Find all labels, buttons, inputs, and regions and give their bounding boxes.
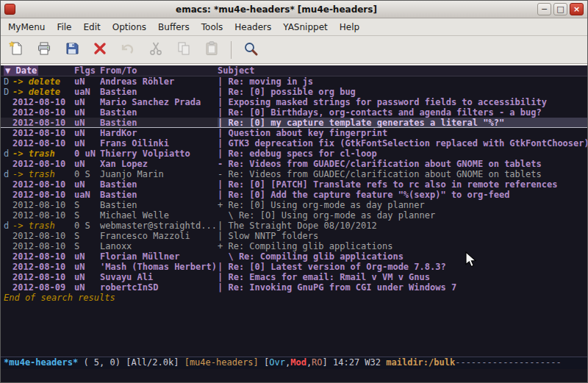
message-row[interactable]: 2012-08-10uNHardKor| Question about key …: [1, 128, 587, 138]
row-mark: [4, 128, 12, 138]
message-row[interactable]: 2012-08-10uNSuvayu Ali| Re: Emacs for em…: [1, 272, 587, 282]
message-row[interactable]: 2012-08-10uNBastien| Re: [0] [PATCH] Tra…: [1, 179, 587, 190]
row-subject: | Re: [0] Add the capture feature "%(sex…: [218, 190, 587, 200]
row-mark: d: [4, 148, 12, 159]
row-mark: [4, 138, 12, 148]
window-title: emacs: *mu4e-headers* [mu4e-headers]: [15, 4, 537, 15]
row-mark: [4, 118, 12, 127]
column-header-date[interactable]: ▼ Date: [4, 65, 74, 76]
menu-item-options[interactable]: Options: [107, 19, 152, 35]
row-flags: uN: [74, 159, 100, 169]
window-menu-icon[interactable]: [4, 4, 15, 15]
maximize-button[interactable]: □: [553, 3, 567, 15]
column-header-from[interactable]: From/To: [100, 65, 218, 76]
row-subject: | Re: moving in js: [218, 76, 587, 87]
row-mark: [4, 190, 12, 200]
menu-item-edit[interactable]: Edit: [78, 19, 107, 35]
row-mark: [4, 251, 12, 262]
row-date: 2012-08-10: [12, 200, 74, 210]
row-from: Bastien: [100, 200, 218, 210]
message-row[interactable]: 2012-08-10uNMario Sanchez Prada| Exposin…: [1, 97, 587, 107]
headers-list: D-> deleteuNAndreas Röhler| Re: moving i…: [1, 76, 587, 293]
modeline-segment-mod: Mod: [290, 357, 306, 368]
row-flags: 0 S: [74, 221, 100, 231]
row-subject: | Re: [0] possible org bug: [218, 87, 587, 97]
message-row[interactable]: 2012-08-10uNFrans Oilinki| GTK3 deprecat…: [1, 138, 587, 148]
row-flags: uN: [74, 251, 100, 262]
message-row[interactable]: D-> deleteuNAndreas Röhler| Re: moving i…: [1, 76, 587, 87]
row-subject: | Re: edebug specs for cl-loop: [218, 148, 587, 159]
message-row[interactable]: 2012-08-10SMichael Welle \ Re: [O] Using…: [1, 210, 587, 221]
message-row[interactable]: d-> trash0 uNThierry Volpiatto| Re: edeb…: [1, 148, 587, 159]
message-row[interactable]: 2012-08-10uNBastien| Re: [0] my capture …: [1, 118, 587, 128]
message-row[interactable]: 2012-08-10uaNBastien| Re: [0] Add the ca…: [1, 190, 587, 200]
row-mark: d: [4, 221, 12, 231]
message-row[interactable]: 2012-08-10SFrancesco Mazzoli| Slow NNTP …: [1, 231, 587, 241]
menu-item-help[interactable]: Help: [334, 19, 365, 35]
message-row[interactable]: d-> trash0 Swebmaster@straightd...| The …: [1, 221, 587, 231]
column-header-flags[interactable]: Flgs: [74, 65, 100, 76]
row-flags: S: [74, 231, 100, 241]
row-subject: - Re: Videos from GUADEC/clarification a…: [218, 159, 587, 169]
row-flags: uN: [74, 76, 100, 87]
message-row[interactable]: 2012-08-10uNBastien| Re: [0] Birthdays, …: [1, 107, 587, 118]
row-subject: | Re: [0] Latest version of Org-mode 7.8…: [218, 262, 587, 272]
row-date: 2012-08-10: [12, 272, 74, 282]
headers-buffer: ▼ Date Flgs From/To Subject D-> deleteuN…: [1, 64, 587, 357]
row-mark: D: [4, 76, 12, 87]
title-bar: emacs: *mu4e-headers* [mu4e-headers] − □…: [1, 1, 587, 18]
row-from: Xan Lopez: [100, 159, 218, 169]
message-row[interactable]: 2012-08-10uNXan Lopez- Re: Videos from G…: [1, 159, 587, 169]
echo-area[interactable]: [1, 369, 587, 382]
row-from: Bastien: [100, 190, 218, 200]
close-button[interactable]: ×: [570, 3, 584, 15]
row-date: 2012-08-10: [12, 231, 74, 241]
row-from: Lanoxx: [100, 241, 218, 251]
row-mark: d: [4, 169, 12, 179]
row-from: 'Mash (Thomas Herbert): [100, 262, 218, 272]
menu-item-yasnippet[interactable]: YASnippet: [277, 19, 334, 35]
column-header-subject[interactable]: Subject: [218, 65, 587, 76]
mode-line: *mu4e-headers* ( 5, 0) [All/2.0k] [mu4e-…: [1, 357, 587, 369]
row-mark: [4, 200, 12, 210]
message-row[interactable]: 2012-08-10SLanoxx+ Re: Compiling glib ap…: [1, 241, 587, 251]
message-row[interactable]: D-> deleteuaNBastien| Re: [0] possible o…: [1, 87, 587, 97]
toolbar-separator: [231, 41, 232, 59]
row-subject: | Re: [0] Birthdays, org-contacts and ag…: [218, 107, 587, 118]
row-from: Juanjo Marin: [100, 169, 218, 179]
row-mark: D: [4, 87, 12, 97]
menu-item-mymenu[interactable]: MyMenu: [2, 19, 51, 35]
row-subject: \ Re: Compiling glib applications: [218, 251, 587, 262]
menu-item-file[interactable]: File: [51, 19, 77, 35]
save-button[interactable]: [61, 39, 83, 61]
menu-item-tools[interactable]: Tools: [196, 19, 229, 35]
message-row[interactable]: 2012-08-10uNFlorian Müllner \ Re: Compil…: [1, 251, 587, 262]
menu-item-buffers[interactable]: Buffers: [152, 19, 196, 35]
minimize-button[interactable]: −: [537, 3, 551, 15]
message-row[interactable]: 2012-08-09uNrobertcInSD| Re: Invoking Gn…: [1, 282, 587, 293]
message-row[interactable]: 2012-08-10SBastien+ Re: [0] Using org-mo…: [1, 200, 587, 210]
row-date: -> trash: [12, 221, 74, 231]
paste-icon: [204, 40, 220, 60]
row-date: 2012-08-10: [12, 128, 74, 138]
copy-button: [173, 39, 195, 61]
undo-icon: [120, 40, 136, 60]
row-flags: S: [74, 241, 100, 251]
row-from: robertcInSD: [100, 282, 218, 293]
row-from: Andreas Röhler: [100, 76, 218, 87]
new-file-button[interactable]: [5, 39, 27, 61]
delete-button[interactable]: [89, 39, 111, 61]
search-button[interactable]: [240, 39, 262, 61]
row-date: -> trash: [12, 169, 74, 179]
message-row[interactable]: d-> trash0 SJuanjo Marin- Re: Videos fro…: [1, 169, 587, 179]
message-row[interactable]: 2012-08-10uN'Mash (Thomas Herbert)| Re: …: [1, 262, 587, 272]
row-flags: uN: [74, 262, 100, 272]
cut-button: [145, 39, 167, 61]
menu-item-headers[interactable]: Headers: [229, 19, 277, 35]
modeline-segment-plain: ( 5, 0) [All/2.0k]: [78, 357, 184, 368]
row-flags: uN: [74, 179, 100, 190]
row-date: -> trash: [12, 148, 74, 159]
modeline-segment-plain: ]: [323, 357, 333, 368]
print-button[interactable]: [33, 39, 55, 61]
row-from: Bastien: [100, 118, 218, 127]
